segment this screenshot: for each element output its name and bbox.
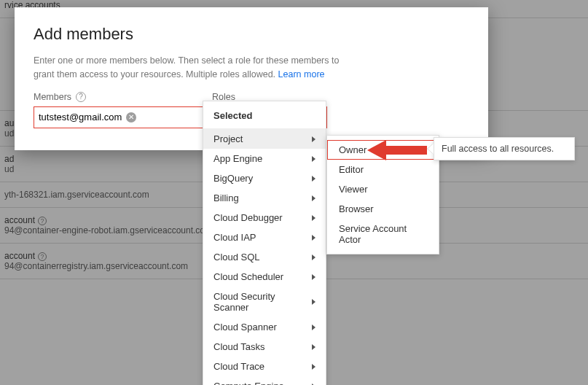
chevron-right-icon — [312, 195, 315, 201]
chevron-right-icon — [312, 254, 315, 260]
menu-item-cloud-scheduler[interactable]: Cloud Scheduler — [203, 267, 326, 287]
menu-item-label: Cloud Scheduler — [213, 271, 283, 282]
menu-item-label: Cloud Spanner — [213, 322, 277, 332]
menu-item-label: Cloud SQL — [213, 252, 260, 262]
menu-item-cloud-sql[interactable]: Cloud SQL — [203, 247, 326, 267]
menu-item-label: Cloud Tasks — [213, 341, 265, 352]
menu-item-compute-engine[interactable]: Compute Engine — [203, 376, 326, 385]
submenu-item-viewer[interactable]: Viewer — [327, 179, 439, 199]
role-category-menu: Selected Project App Engine BigQuery Bil… — [203, 101, 326, 385]
chevron-right-icon — [312, 274, 315, 280]
learn-more-link[interactable]: Learn more — [278, 69, 325, 79]
chevron-right-icon — [312, 235, 315, 241]
member-chip-text: tutstest@gmail.com — [39, 112, 122, 122]
submenu-item-editor[interactable]: Editor — [327, 160, 439, 179]
chevron-right-icon — [312, 136, 315, 142]
menu-item-label: Cloud Security Scanner — [213, 291, 312, 313]
chevron-right-icon — [312, 156, 315, 162]
menu-item-project[interactable]: Project — [203, 129, 326, 149]
chevron-right-icon — [312, 215, 315, 221]
menu-item-cloud-spanner[interactable]: Cloud Spanner — [203, 317, 326, 337]
menu-item-label: Cloud IAP — [213, 232, 256, 243]
menu-section-label: Selected — [203, 101, 326, 128]
submenu-item-service-account-actor[interactable]: Service Account Actor — [327, 219, 439, 249]
dialog-title: Add members — [34, 25, 469, 44]
menu-item-cloud-security-scanner[interactable]: Cloud Security Scanner — [203, 287, 326, 317]
menu-item-app-engine[interactable]: App Engine — [203, 149, 326, 168]
menu-item-cloud-debugger[interactable]: Cloud Debugger — [203, 208, 326, 228]
menu-item-label: App Engine — [213, 153, 262, 164]
chevron-right-icon — [312, 299, 315, 305]
chevron-right-icon — [312, 344, 315, 350]
menu-item-label: Billing — [213, 192, 239, 203]
menu-item-cloud-trace[interactable]: Cloud Trace — [203, 357, 326, 376]
chevron-right-icon — [312, 324, 315, 330]
menu-item-label: Compute Engine — [213, 381, 284, 385]
menu-item-bigquery[interactable]: BigQuery — [203, 168, 326, 188]
menu-item-label: Cloud Debugger — [213, 212, 283, 223]
chevron-right-icon — [312, 364, 315, 370]
member-chip: tutstest@gmail.com ✕ — [39, 112, 136, 122]
submenu-item-browser[interactable]: Browser — [327, 199, 439, 219]
menu-item-label: Project — [213, 133, 243, 144]
project-roles-submenu: Owner Editor Viewer Browser Service Acco… — [326, 135, 439, 254]
submenu-item-owner[interactable]: Owner — [327, 140, 439, 160]
help-icon[interactable]: ? — [76, 92, 86, 102]
remove-member-icon[interactable]: ✕ — [126, 112, 136, 122]
role-description-tooltip: Full access to all resources. — [428, 137, 575, 160]
menu-item-label: Cloud Trace — [213, 361, 264, 372]
menu-item-label: BigQuery — [213, 173, 253, 184]
tooltip-caret-icon — [428, 144, 434, 154]
members-label: Members — [34, 92, 71, 102]
menu-item-billing[interactable]: Billing — [203, 188, 326, 208]
tooltip-text: Full access to all resources. — [434, 137, 575, 160]
chevron-right-icon — [312, 176, 315, 182]
members-input[interactable]: tutstest@gmail.com ✕ — [34, 106, 203, 128]
menu-item-cloud-iap[interactable]: Cloud IAP — [203, 228, 326, 247]
dialog-subtitle: Enter one or more members below. Then se… — [34, 54, 347, 82]
menu-item-cloud-tasks[interactable]: Cloud Tasks — [203, 337, 326, 357]
